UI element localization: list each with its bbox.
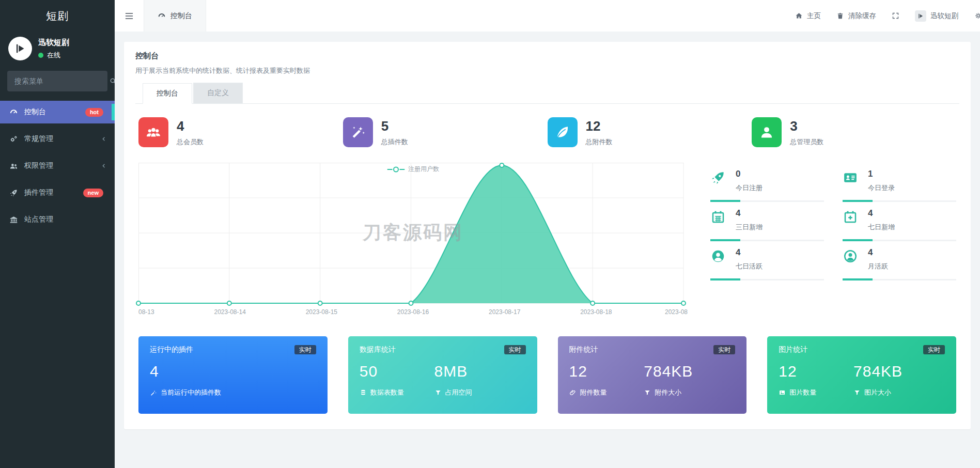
magic-wand-icon xyxy=(150,389,157,396)
panel-tabs: 控制台 自定义 xyxy=(135,83,959,104)
quick-stat-label: 三日新增 xyxy=(736,223,763,232)
hamburger-icon xyxy=(124,11,134,21)
funnel-icon xyxy=(434,389,442,396)
app-window: 短剧 迅软短剧 在线 控制台 xyxy=(0,0,980,468)
quick-stat-label: 七日活跃 xyxy=(736,262,763,271)
user-circle-filled-icon xyxy=(710,247,728,266)
sidebar-item-dashboard[interactable]: 控制台 hot xyxy=(0,101,115,123)
x-axis-labels: 08-132023-08-142023-08-152023-08-162023-… xyxy=(138,308,688,318)
panel-header: 控制台 用于展示当前系统中的统计数据、统计报表及重要实时数据 控制台 自定义 xyxy=(124,42,971,104)
users-icon xyxy=(9,162,18,170)
menu-search xyxy=(7,71,107,91)
card-database-stats[interactable]: 数据库统计 实时 50 数据表数量 xyxy=(348,336,537,414)
x-tick-label: 08-13 xyxy=(138,308,154,316)
top-navbar: 控制台 主页 清除缓存 迅软短剧 xyxy=(115,0,980,32)
card-value: 784KB xyxy=(644,363,719,380)
legend-marker-icon xyxy=(387,166,405,173)
sidebar-item-label: 控制台 xyxy=(24,107,85,117)
console-panel: 控制台 用于展示当前系统中的统计数据、统计报表及重要实时数据 控制台 自定义 xyxy=(124,42,971,429)
legend-label: 注册用户数 xyxy=(408,165,439,174)
nav-tab-console[interactable]: 控制台 xyxy=(144,0,206,32)
x-tick-label: 2023-08 xyxy=(665,308,688,316)
card-running-plugins[interactable]: 运行中的插件 实时 4 当前运行中的插件数 xyxy=(138,336,328,414)
x-tick-label: 2023-08-16 xyxy=(397,308,429,316)
nav-clear-cache[interactable]: 清除缓存 xyxy=(836,11,876,21)
tab-custom[interactable]: 自定义 xyxy=(193,83,243,103)
rocket-icon xyxy=(9,189,18,197)
card-value: 12 xyxy=(569,363,644,380)
quick-stat-three-day-new: 4 三日新增 xyxy=(710,202,824,241)
nav-clear-cache-label: 清除缓存 xyxy=(848,11,876,21)
stat-row: 4 总会员数 5 总插件数 xyxy=(132,117,962,147)
quick-stat-value: 0 xyxy=(736,169,763,179)
card-value: 8MB xyxy=(434,363,509,380)
stat-label: 总管理员数 xyxy=(790,137,823,147)
quick-stat-seven-day-active: 4 七日活跃 xyxy=(710,241,824,280)
nav-user[interactable]: 迅软短剧 xyxy=(915,10,958,22)
card-title: 运行中的插件 xyxy=(150,345,193,354)
sidebar-item-label: 常规管理 xyxy=(24,134,100,144)
search-input[interactable] xyxy=(13,76,109,86)
quick-stat-value: 4 xyxy=(736,247,763,258)
page-subtitle: 用于展示当前系统中的统计数据、统计报表及重要实时数据 xyxy=(135,66,959,75)
accent-underline xyxy=(843,279,956,280)
database-icon xyxy=(360,389,367,396)
sidebar-toggle-button[interactable] xyxy=(115,0,144,32)
stat-total-attachments: 12 总附件数 xyxy=(548,117,752,147)
nav-settings[interactable] xyxy=(974,11,980,20)
quick-stat-label: 今日注册 xyxy=(736,183,763,193)
stat-total-admins: 3 总管理员数 xyxy=(752,117,956,147)
navbar-right: 主页 清除缓存 迅软短剧 xyxy=(795,0,980,32)
magic-wand-icon xyxy=(343,117,373,147)
chevron-left-icon xyxy=(100,162,107,169)
play-logo-icon xyxy=(13,42,27,55)
card-image-stats[interactable]: 图片统计 实时 12 图片数量 xyxy=(767,336,956,414)
new-badge: new xyxy=(83,189,103,197)
card-value: 784KB xyxy=(853,363,928,380)
nav-home-label: 主页 xyxy=(807,11,821,21)
user-avatar xyxy=(8,37,32,60)
card-metric-label: 图片大小 xyxy=(864,388,891,397)
calendar-icon xyxy=(710,208,728,227)
dashboard-icon xyxy=(9,108,18,117)
sidebar-item-plugins[interactable]: 插件管理 new xyxy=(0,181,115,204)
fullscreen-button[interactable] xyxy=(892,12,899,20)
stat-value: 4 xyxy=(177,118,204,134)
stat-label: 总会员数 xyxy=(177,137,204,147)
paperclip-icon xyxy=(569,389,577,396)
sidebar-item-sites[interactable]: 站点管理 xyxy=(0,208,115,231)
brand-title: 短剧 xyxy=(0,0,115,32)
card-value: 50 xyxy=(360,363,434,380)
bank-icon xyxy=(9,215,18,224)
user-circle-outline-icon xyxy=(843,247,860,266)
stat-label: 总插件数 xyxy=(381,137,408,147)
funnel-icon xyxy=(644,389,651,396)
page-title: 控制台 xyxy=(135,51,959,61)
accent-underline xyxy=(710,279,824,280)
card-value: 12 xyxy=(779,363,853,380)
quick-stat-today-login: 1 今日登录 xyxy=(843,163,956,202)
nav-home[interactable]: 主页 xyxy=(795,11,821,21)
content-area: 控制台 用于展示当前系统中的统计数据、统计报表及重要实时数据 控制台 自定义 xyxy=(115,32,980,468)
gears-icon xyxy=(9,135,18,144)
card-metric-label: 附件数量 xyxy=(580,388,607,397)
x-tick-label: 2023-08-17 xyxy=(489,308,520,316)
quick-stat-value: 4 xyxy=(868,247,888,258)
card-title: 图片统计 xyxy=(779,345,807,354)
nav-user-label: 迅软短剧 xyxy=(930,11,958,21)
user-status: 在线 xyxy=(38,51,69,60)
chart-legend[interactable]: 注册用户数 xyxy=(387,165,439,174)
rocket-icon xyxy=(710,169,728,188)
middle-row: 注册用户数 刀客源码网 08-132023-08-142023-08-15202… xyxy=(132,163,962,318)
realtime-badge: 实时 xyxy=(923,345,945,354)
card-attachment-stats[interactable]: 附件统计 实时 12 附件数量 xyxy=(558,336,747,414)
tab-console[interactable]: 控制台 xyxy=(143,83,192,104)
sidebar-item-permissions[interactable]: 权限管理 xyxy=(0,154,115,177)
card-metric-label: 当前运行中的插件数 xyxy=(161,388,221,397)
sidebar-item-general[interactable]: 常规管理 xyxy=(0,128,115,150)
leaf-icon xyxy=(548,117,578,147)
accent-underline xyxy=(710,200,824,202)
accent-underline xyxy=(843,240,956,241)
user-status-label: 在线 xyxy=(47,51,60,60)
realtime-badge: 实时 xyxy=(294,345,316,354)
